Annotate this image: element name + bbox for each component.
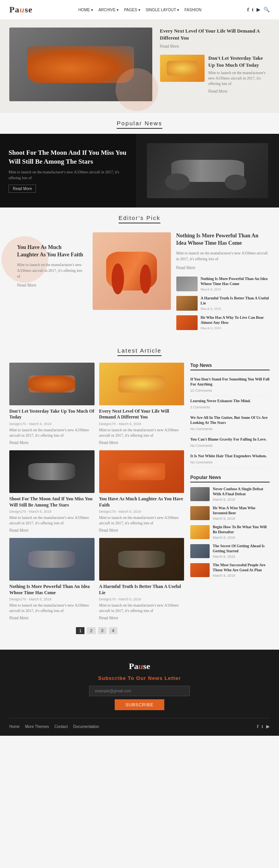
article-card-5-read-more[interactable]: Read More	[9, 616, 28, 620]
top-news-item-3-comments: No Comments	[190, 427, 213, 431]
dark-banner-excerpt: Mint to launch on the manufacturer's new…	[9, 169, 127, 181]
editors-list-img-3	[176, 315, 198, 330]
hero-article-2: Don't Let Yesterday Take Up Too Much Of …	[160, 55, 270, 94]
article-card-5-title: Nothing Is More Powerful Than An Idea Wh…	[9, 584, 95, 596]
footer-newsletter: Subscribe To Our News Letter SUBSCRIBE	[9, 675, 270, 710]
editors-list-img-2	[176, 296, 198, 311]
editors-left-read-more[interactable]: Read More	[17, 283, 36, 287]
footer-link-documentation[interactable]: Documentation	[73, 724, 99, 729]
footer-link-home[interactable]: Home	[9, 724, 20, 729]
article-card-2-excerpt: Mint to launch on the manufacturer's new…	[99, 427, 184, 438]
footer-youtube-icon[interactable]: ▶	[266, 724, 270, 730]
top-news-item-2-title: Learning Never Exhausts The Mind.	[190, 398, 270, 403]
footer-twitter-icon[interactable]: 𝐭	[262, 724, 263, 730]
page-2[interactable]: 2	[87, 627, 95, 634]
hero-article-1-read-more[interactable]: Read More	[160, 44, 179, 48]
editors-right-title: Nothing Is More Powerful Than An Idea Wh…	[176, 232, 270, 247]
footer-logo-pre: Pa	[129, 661, 138, 671]
footer-link-contact[interactable]: Contact	[54, 724, 67, 729]
facebook-icon[interactable]: 𝐟	[247, 7, 249, 13]
sidebar-pop-date-4: March 8, 2019	[213, 555, 235, 558]
article-card-4: You Have As Much Laughter As You Have Fa…	[99, 450, 184, 533]
article-card-3-excerpt: Mint to launch on the manufacturer's new…	[9, 515, 95, 526]
latest-article-title: Latest Article	[0, 340, 279, 358]
article-card-4-excerpt: Mint to launch on the manufacturer's new…	[99, 515, 184, 526]
hero-article-2-read-more[interactable]: Read More	[208, 89, 227, 93]
hero-main-image	[9, 28, 152, 101]
sidebar-pop-title-4: The Secret Of Getting Ahead Is Getting S…	[213, 543, 270, 553]
editors-list: Nothing Is More Powerful Than An Idea Wh…	[176, 276, 270, 331]
nav-fashion[interactable]: FASHION	[184, 8, 202, 12]
popular-news-label: Popular News	[117, 120, 162, 129]
article-card-3: Shoot For The Moon And If You Miss You W…	[9, 450, 95, 533]
footer-social-icons: 𝐟 𝐭 ▶	[257, 724, 270, 730]
hero-article-2-content: Don't Let Yesterday Take Up Too Much Of …	[208, 55, 270, 94]
editors-list-img-1	[176, 277, 198, 291]
article-card-3-read-more[interactable]: Read More	[9, 528, 28, 533]
sidebar-pop-date-1: March 8, 2019	[213, 498, 235, 501]
editors-right-read-more[interactable]: Read More	[176, 266, 195, 270]
pagination: 1 2 3 4	[9, 621, 184, 640]
article-card-4-title: You Have As Much Laughter As You Have Fa…	[99, 496, 184, 508]
dark-banner: Shoot For The Moon And If You Miss You W…	[0, 134, 279, 207]
search-icon[interactable]: 🔍	[264, 7, 270, 13]
footer-link-more-themes[interactable]: More Themes	[25, 724, 49, 729]
page-3[interactable]: 3	[98, 627, 107, 634]
hero-section: Every Next Level Of Your Life Will Deman…	[0, 20, 279, 113]
article-card-1-read-more[interactable]: Read More	[9, 441, 28, 445]
dark-banner-read-more[interactable]: Read More	[9, 185, 36, 193]
youtube-icon[interactable]: ▶	[257, 7, 260, 13]
article-card-6-excerpt: Mint to launch on the manufacturer's new…	[99, 603, 184, 614]
nav-pages[interactable]: PAGES ▾	[124, 8, 140, 12]
hero-article-2-image	[160, 55, 205, 82]
subscribe-button[interactable]: SUBSCRIBE	[115, 699, 165, 710]
footer-bottom: Home More Themes Contact Documentation 𝐟…	[9, 718, 270, 730]
editors-right-excerpt: Mint to launch on the manufacturer's new…	[176, 250, 270, 262]
article-card-2-meta: Design170 - March 6, 2019	[99, 422, 184, 426]
hero-articles: Every Next Level Of Your Life Will Deman…	[160, 28, 270, 94]
hero-article-2-excerpt: Mint to launch on the manufacturer's new…	[208, 70, 270, 86]
logo-text-pre: Pa	[9, 5, 19, 14]
footer: Pause Subscribe To Our News Letter SUBSC…	[0, 650, 279, 736]
editors-list-title-2: A Harmful Truth Is Better Than A Useful …	[201, 296, 270, 306]
editors-left-excerpt: Mint to launch on the manufacturer's new…	[17, 262, 84, 279]
top-news-item-1-comments: 10 Comments	[190, 389, 212, 393]
nav-social-icons: 𝐟 𝐭 ▶ 🔍	[247, 7, 270, 13]
newsletter-title: Subscribe To Our News Letter	[9, 675, 270, 681]
twitter-icon[interactable]: 𝐭	[252, 7, 253, 13]
nav-archive[interactable]: ARCHIVE ▾	[98, 8, 119, 12]
article-card-3-meta: Design170 - March 6, 2019	[9, 510, 95, 514]
dark-banner-right	[136, 134, 279, 207]
editors-list-date-3: March 6, 2019	[201, 326, 221, 330]
sidebar-pop-item-1: Never Confuse A Single Defeat With A Fin…	[190, 486, 270, 502]
article-card-2-read-more[interactable]: Read More	[99, 441, 118, 445]
article-card-1-excerpt: Mint to launch on the manufacturer's new…	[9, 427, 95, 438]
editors-right-article: Nothing Is More Powerful Than An Idea Wh…	[176, 232, 270, 331]
logo[interactable]: Pause	[9, 5, 33, 15]
article-card-6-title: A Harmful Truth Is Better Than A Useful …	[99, 584, 184, 596]
sidebar-pop-date-5: March 8, 2019	[213, 574, 235, 578]
page-1[interactable]: 1	[76, 627, 84, 634]
newsletter-email-input[interactable]	[89, 686, 190, 696]
top-news-item-2: Learning Never Exhausts The Mind. 3 Comm…	[190, 396, 270, 413]
nav-single-layout[interactable]: SINGLE LAYOUT ▾	[146, 8, 179, 12]
top-news-title: Top News	[190, 363, 270, 370]
article-card-6: A Harmful Truth Is Better Than A Useful …	[99, 538, 184, 621]
sidebar: Top News If You Don't Stand For Somethin…	[190, 363, 270, 641]
footer-facebook-icon[interactable]: 𝐟	[257, 724, 258, 730]
article-card-4-meta: Design170 - March 5, 2019	[99, 510, 184, 514]
latest-articles-grid: Don't Let Yesterday Take Up Too Much Of …	[9, 363, 184, 641]
editors-list-date-2: March 6, 2019	[201, 307, 221, 311]
logo-text-post: se	[25, 5, 33, 14]
editors-pick-content: You Have As Much Laughter As You Have Fa…	[0, 228, 279, 340]
nav-home[interactable]: HOME ▾	[78, 8, 93, 12]
sidebar-pop-title-3: Begin How To Be What You Will Be Hereaft…	[213, 524, 270, 534]
editors-list-item-2: A Harmful Truth Is Better Than A Useful …	[176, 296, 270, 311]
article-card-4-read-more[interactable]: Read More	[99, 528, 118, 533]
top-news-item-5-title: It Is Not White Hair That Engenders Wisd…	[190, 453, 270, 458]
sidebar-pop-item-3: Begin How To Be What You Will Be Hereaft…	[190, 524, 270, 540]
nav-links: HOME ▾ ARCHIVE ▾ PAGES ▾ SINGLE LAYOUT ▾…	[78, 8, 202, 12]
article-card-6-read-more[interactable]: Read More	[99, 616, 118, 620]
page-4[interactable]: 4	[109, 627, 117, 634]
footer-logo-accent: u	[138, 661, 143, 671]
